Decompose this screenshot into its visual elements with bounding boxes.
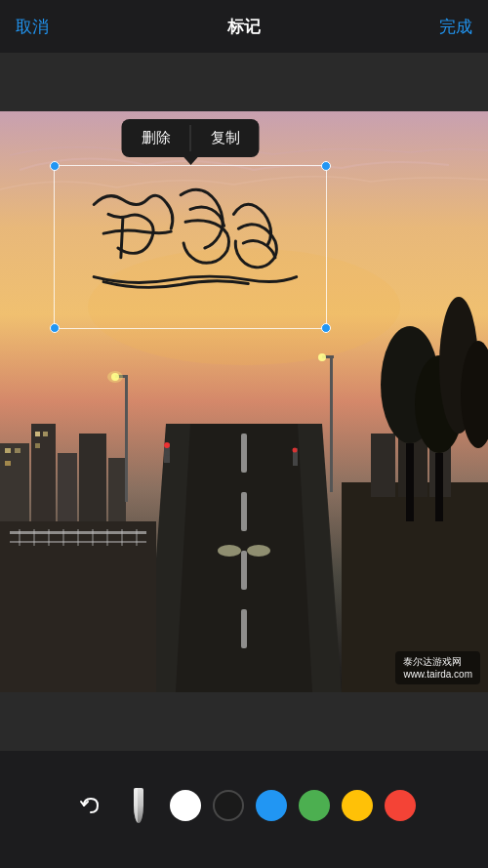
cancel-button[interactable]: 取消 bbox=[16, 16, 49, 38]
toolbar bbox=[0, 751, 488, 868]
color-black[interactable] bbox=[213, 790, 244, 821]
header: 取消 标记 完成 bbox=[0, 0, 488, 53]
color-palette bbox=[170, 790, 416, 821]
svg-point-32 bbox=[107, 371, 123, 383]
color-blue[interactable] bbox=[256, 790, 287, 821]
delete-menu-item[interactable]: 删除 bbox=[122, 119, 190, 157]
color-white[interactable] bbox=[170, 790, 201, 821]
handle-top-right[interactable] bbox=[321, 161, 331, 171]
signature-drawing bbox=[55, 166, 326, 328]
pen-tool[interactable] bbox=[125, 786, 152, 825]
pen-highlight bbox=[134, 788, 143, 823]
color-green[interactable] bbox=[299, 790, 330, 821]
watermark: 泰尔达游戏网 www.tairda.com bbox=[395, 651, 480, 684]
watermark-line2: www.tairda.com bbox=[403, 668, 472, 681]
svg-rect-14 bbox=[5, 448, 11, 453]
svg-rect-3 bbox=[241, 434, 247, 473]
svg-rect-11 bbox=[58, 453, 77, 521]
svg-rect-28 bbox=[435, 453, 443, 521]
svg-rect-16 bbox=[5, 461, 11, 466]
color-yellow[interactable] bbox=[342, 790, 373, 821]
canvas-area[interactable]: 泰尔达游戏网 www.tairda.com 删除 复制 bbox=[0, 53, 488, 751]
svg-rect-29 bbox=[125, 375, 128, 502]
page-title: 标记 bbox=[227, 16, 261, 38]
undo-icon bbox=[76, 792, 103, 819]
svg-rect-20 bbox=[371, 434, 395, 497]
svg-rect-5 bbox=[241, 551, 247, 590]
svg-rect-27 bbox=[406, 443, 414, 521]
watermark-line1: 泰尔达游戏网 bbox=[403, 655, 472, 668]
svg-rect-6 bbox=[241, 609, 247, 648]
copy-menu-item[interactable]: 复制 bbox=[191, 119, 260, 157]
svg-point-35 bbox=[318, 353, 326, 361]
handle-bottom-left[interactable] bbox=[50, 323, 60, 333]
svg-rect-15 bbox=[15, 448, 20, 453]
undo-button[interactable] bbox=[72, 788, 107, 823]
svg-rect-18 bbox=[43, 432, 48, 436]
svg-rect-17 bbox=[35, 432, 40, 436]
photo-container: 泰尔达游戏网 www.tairda.com 删除 复制 bbox=[0, 111, 488, 692]
svg-point-53 bbox=[247, 545, 270, 557]
svg-rect-19 bbox=[35, 443, 40, 448]
handle-bottom-right[interactable] bbox=[321, 323, 331, 333]
selection-box[interactable]: 删除 复制 bbox=[54, 165, 327, 329]
svg-point-40 bbox=[293, 448, 298, 453]
toolbar-tools bbox=[72, 786, 416, 825]
svg-rect-12 bbox=[79, 434, 106, 521]
done-button[interactable]: 完成 bbox=[439, 16, 472, 38]
svg-rect-4 bbox=[241, 492, 247, 531]
svg-rect-9 bbox=[0, 443, 29, 521]
svg-point-52 bbox=[218, 545, 241, 557]
handle-top-left[interactable] bbox=[50, 161, 60, 171]
color-red[interactable] bbox=[385, 790, 416, 821]
svg-rect-10 bbox=[31, 424, 56, 521]
context-menu: 删除 复制 bbox=[122, 119, 260, 157]
pen-icon bbox=[134, 788, 143, 823]
svg-point-38 bbox=[164, 450, 170, 456]
svg-rect-13 bbox=[108, 458, 126, 521]
svg-point-37 bbox=[164, 442, 170, 448]
svg-rect-7 bbox=[0, 521, 156, 692]
svg-rect-33 bbox=[330, 355, 333, 492]
